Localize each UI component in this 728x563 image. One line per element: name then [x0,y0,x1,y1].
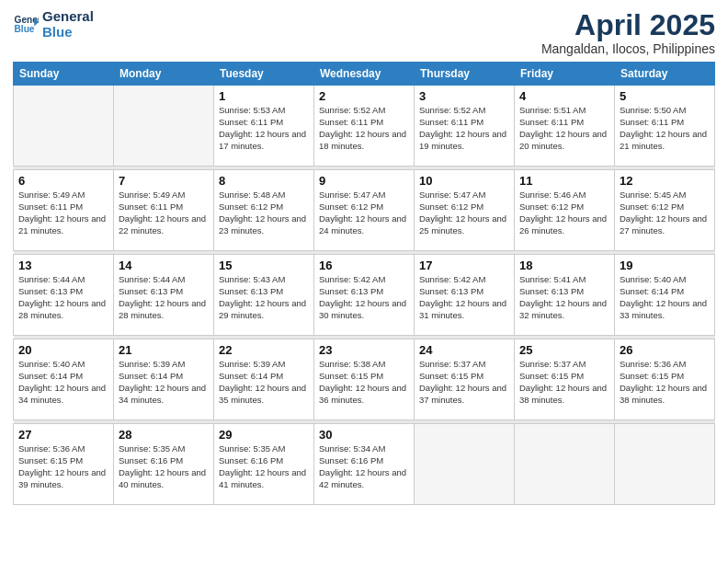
calendar-cell: 27Sunrise: 5:36 AM Sunset: 6:15 PM Dayli… [14,424,114,505]
calendar-header-row: SundayMondayTuesdayWednesdayThursdayFrid… [14,63,715,86]
day-number: 3 [419,89,509,103]
logo: General Blue General Blue [13,9,94,40]
calendar-cell: 15Sunrise: 5:43 AM Sunset: 6:13 PM Dayli… [214,255,314,336]
calendar-table: SundayMondayTuesdayWednesdayThursdayFrid… [13,62,715,505]
day-of-week-header: Wednesday [314,63,415,86]
calendar-cell: 23Sunrise: 5:38 AM Sunset: 6:15 PM Dayli… [314,339,415,420]
logo-general: General [42,9,94,25]
day-number: 8 [219,174,309,188]
calendar-cell: 20Sunrise: 5:40 AM Sunset: 6:14 PM Dayli… [14,339,114,420]
day-info: Sunrise: 5:52 AM Sunset: 6:11 PM Dayligh… [319,105,409,152]
day-of-week-header: Tuesday [214,63,314,86]
calendar-cell [515,424,615,505]
day-info: Sunrise: 5:49 AM Sunset: 6:11 PM Dayligh… [119,190,209,236]
day-info: Sunrise: 5:43 AM Sunset: 6:13 PM Dayligh… [219,274,309,321]
calendar-cell: 8Sunrise: 5:48 AM Sunset: 6:12 PM Daylig… [214,170,314,251]
calendar-cell: 3Sunrise: 5:52 AM Sunset: 6:11 PM Daylig… [415,86,515,167]
day-number: 17 [419,259,509,272]
calendar-cell: 19Sunrise: 5:40 AM Sunset: 6:14 PM Dayli… [615,255,715,336]
day-info: Sunrise: 5:44 AM Sunset: 6:13 PM Dayligh… [18,274,108,321]
day-info: Sunrise: 5:45 AM Sunset: 6:12 PM Dayligh… [620,190,710,236]
calendar-cell: 6Sunrise: 5:49 AM Sunset: 6:11 PM Daylig… [14,170,114,251]
calendar-cell: 7Sunrise: 5:49 AM Sunset: 6:11 PM Daylig… [114,170,214,251]
calendar-cell: 26Sunrise: 5:36 AM Sunset: 6:15 PM Dayli… [615,339,715,420]
calendar-cell: 13Sunrise: 5:44 AM Sunset: 6:13 PM Dayli… [14,255,114,336]
day-number: 6 [18,174,108,188]
day-number: 7 [119,174,209,188]
calendar-cell: 18Sunrise: 5:41 AM Sunset: 6:13 PM Dayli… [515,255,615,336]
calendar-cell: 12Sunrise: 5:45 AM Sunset: 6:12 PM Dayli… [615,170,715,251]
day-number: 11 [519,174,609,188]
day-number: 29 [219,428,309,442]
calendar-subtitle: Mangaldan, Ilocos, Philippines [541,41,715,56]
day-info: Sunrise: 5:34 AM Sunset: 6:16 PM Dayligh… [319,443,409,490]
day-info: Sunrise: 5:42 AM Sunset: 6:13 PM Dayligh… [419,274,509,321]
calendar-cell: 22Sunrise: 5:39 AM Sunset: 6:14 PM Dayli… [214,339,314,420]
day-info: Sunrise: 5:37 AM Sunset: 6:15 PM Dayligh… [519,359,609,406]
day-info: Sunrise: 5:51 AM Sunset: 6:11 PM Dayligh… [519,105,609,152]
calendar-cell: 28Sunrise: 5:35 AM Sunset: 6:16 PM Dayli… [114,424,214,505]
calendar-cell: 16Sunrise: 5:42 AM Sunset: 6:13 PM Dayli… [314,255,415,336]
day-info: Sunrise: 5:39 AM Sunset: 6:14 PM Dayligh… [119,359,209,406]
calendar-cell: 2Sunrise: 5:52 AM Sunset: 6:11 PM Daylig… [314,86,415,167]
day-number: 2 [319,89,409,103]
logo-blue: Blue [42,25,94,40]
calendar-week-row: 27Sunrise: 5:36 AM Sunset: 6:15 PM Dayli… [14,424,715,505]
day-of-week-header: Friday [515,63,615,86]
day-info: Sunrise: 5:40 AM Sunset: 6:14 PM Dayligh… [18,359,108,406]
day-number: 10 [419,174,509,188]
day-number: 15 [219,259,309,272]
day-of-week-header: Saturday [615,63,715,86]
day-number: 21 [119,343,209,357]
day-number: 19 [620,259,710,272]
day-info: Sunrise: 5:41 AM Sunset: 6:13 PM Dayligh… [519,274,609,321]
day-info: Sunrise: 5:40 AM Sunset: 6:14 PM Dayligh… [620,274,710,321]
calendar-week-row: 20Sunrise: 5:40 AM Sunset: 6:14 PM Dayli… [14,339,715,420]
day-number: 12 [620,174,710,188]
calendar-cell [615,424,715,505]
day-number: 28 [119,428,209,442]
calendar-cell: 25Sunrise: 5:37 AM Sunset: 6:15 PM Dayli… [515,339,615,420]
header: General Blue General Blue April 2025 Man… [13,9,715,56]
title-block: April 2025 Mangaldan, Ilocos, Philippine… [541,9,715,56]
day-info: Sunrise: 5:38 AM Sunset: 6:15 PM Dayligh… [319,359,409,406]
day-number: 4 [519,89,609,103]
calendar-cell: 1Sunrise: 5:53 AM Sunset: 6:11 PM Daylig… [214,86,314,167]
day-number: 9 [319,174,409,188]
calendar-cell [14,86,114,167]
day-number: 23 [319,343,409,357]
day-number: 26 [620,343,710,357]
day-number: 25 [519,343,609,357]
calendar-week-row: 6Sunrise: 5:49 AM Sunset: 6:11 PM Daylig… [14,170,715,251]
day-info: Sunrise: 5:47 AM Sunset: 6:12 PM Dayligh… [319,190,409,236]
day-info: Sunrise: 5:47 AM Sunset: 6:12 PM Dayligh… [419,190,509,236]
day-info: Sunrise: 5:35 AM Sunset: 6:16 PM Dayligh… [219,443,309,490]
page: General Blue General Blue April 2025 Man… [0,0,728,563]
day-number: 18 [519,259,609,272]
day-number: 14 [119,259,209,272]
calendar-cell: 11Sunrise: 5:46 AM Sunset: 6:12 PM Dayli… [515,170,615,251]
day-number: 5 [620,89,710,103]
day-info: Sunrise: 5:50 AM Sunset: 6:11 PM Dayligh… [620,105,710,152]
day-number: 13 [18,259,108,272]
calendar-cell [415,424,515,505]
calendar-cell: 29Sunrise: 5:35 AM Sunset: 6:16 PM Dayli… [214,424,314,505]
day-info: Sunrise: 5:36 AM Sunset: 6:15 PM Dayligh… [18,443,108,490]
day-info: Sunrise: 5:37 AM Sunset: 6:15 PM Dayligh… [419,359,509,406]
day-info: Sunrise: 5:49 AM Sunset: 6:11 PM Dayligh… [18,190,108,236]
day-number: 24 [419,343,509,357]
calendar-cell: 30Sunrise: 5:34 AM Sunset: 6:16 PM Dayli… [314,424,415,505]
calendar-cell [114,86,214,167]
calendar-cell: 21Sunrise: 5:39 AM Sunset: 6:14 PM Dayli… [114,339,214,420]
day-number: 1 [219,89,309,103]
day-info: Sunrise: 5:35 AM Sunset: 6:16 PM Dayligh… [119,443,209,490]
calendar-week-row: 13Sunrise: 5:44 AM Sunset: 6:13 PM Dayli… [14,255,715,336]
day-of-week-header: Thursday [415,63,515,86]
day-info: Sunrise: 5:36 AM Sunset: 6:15 PM Dayligh… [620,359,710,406]
day-info: Sunrise: 5:42 AM Sunset: 6:13 PM Dayligh… [319,274,409,321]
calendar-cell: 5Sunrise: 5:50 AM Sunset: 6:11 PM Daylig… [615,86,715,167]
day-number: 30 [319,428,409,442]
day-number: 16 [319,259,409,272]
calendar-cell: 4Sunrise: 5:51 AM Sunset: 6:11 PM Daylig… [515,86,615,167]
calendar-cell: 24Sunrise: 5:37 AM Sunset: 6:15 PM Dayli… [415,339,515,420]
